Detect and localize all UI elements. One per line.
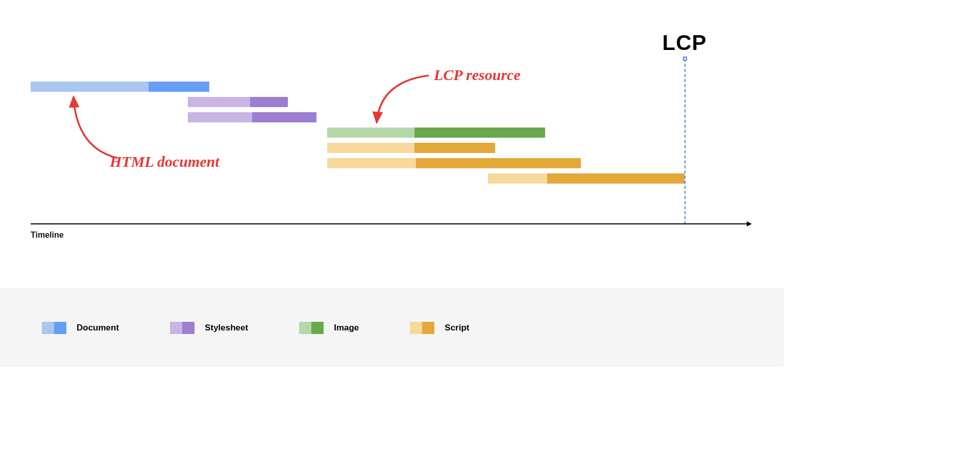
waterfall-bar-script bbox=[327, 143, 495, 153]
legend: DocumentStylesheetImageScript bbox=[0, 288, 784, 367]
timeline-axis bbox=[31, 223, 748, 224]
legend-swatch-icon bbox=[42, 322, 66, 334]
lcp-marker-line bbox=[684, 59, 685, 224]
legend-swatch-icon bbox=[170, 322, 194, 334]
waterfall-bar-stylesheet bbox=[188, 112, 316, 122]
legend-label: Document bbox=[77, 323, 119, 333]
timeline-axis-label: Timeline bbox=[31, 231, 64, 240]
waterfall-bar-stylesheet bbox=[188, 97, 288, 107]
waterfall-bar-document bbox=[31, 82, 209, 92]
legend-item-document: Document bbox=[42, 322, 119, 334]
legend-label: Script bbox=[445, 323, 469, 333]
waterfall-chart bbox=[31, 31, 745, 224]
waterfall-bar-script bbox=[488, 173, 684, 184]
lcp-marker-icon bbox=[683, 57, 687, 61]
annotation-lcp-resource: LCP resource bbox=[434, 66, 521, 84]
waterfall-bar-image bbox=[327, 128, 545, 138]
legend-item-stylesheet: Stylesheet bbox=[170, 322, 248, 334]
waterfall-bar-script bbox=[327, 158, 581, 168]
legend-label: Stylesheet bbox=[205, 323, 248, 333]
lcp-title: LCP bbox=[663, 31, 707, 55]
legend-item-image: Image bbox=[299, 322, 359, 334]
legend-label: Image bbox=[334, 323, 359, 333]
legend-swatch-icon bbox=[410, 322, 434, 334]
legend-swatch-icon bbox=[299, 322, 324, 334]
legend-item-script: Script bbox=[410, 322, 469, 334]
annotation-html-document: HTML document bbox=[110, 153, 219, 170]
